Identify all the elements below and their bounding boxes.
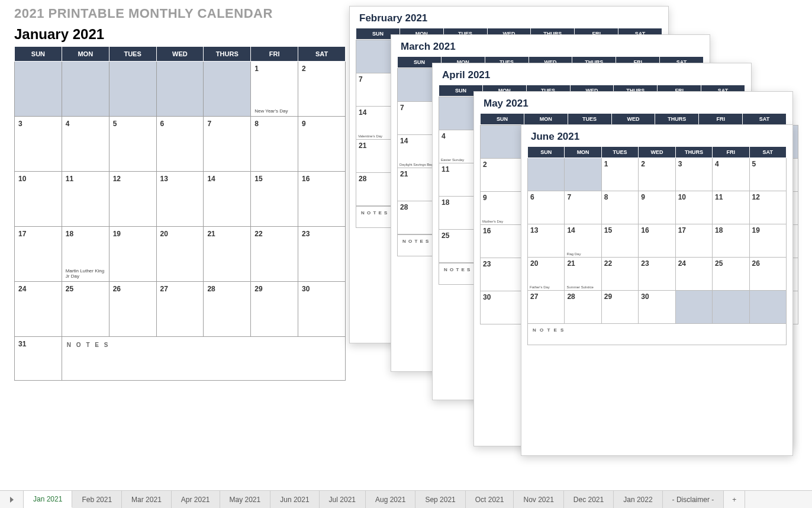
calendar-cell[interactable] — [62, 62, 109, 117]
calendar-cell[interactable]: 22 — [601, 258, 638, 291]
calendar-cell[interactable]: 8 — [601, 191, 638, 224]
calendar-cell[interactable]: 20 — [156, 227, 204, 282]
calendar-cell[interactable]: 30 — [639, 291, 675, 324]
calendar-cell[interactable]: 17 — [15, 227, 62, 282]
day-header: WED — [639, 147, 675, 158]
calendar-cell[interactable]: 17 — [675, 224, 712, 258]
calendar-cell[interactable]: 6 — [156, 117, 204, 172]
calendar-cell[interactable]: 15 — [251, 172, 298, 227]
calendar-cell[interactable]: 4 — [713, 158, 749, 191]
calendar-cell[interactable]: 26 — [749, 258, 786, 291]
calendar-cell[interactable] — [713, 291, 749, 324]
calendar-cell[interactable]: 25 — [62, 282, 109, 337]
day-header: THURS — [675, 147, 712, 158]
day-header: SAT — [298, 47, 346, 62]
calendar-cell[interactable]: 2 — [298, 62, 346, 117]
sheet-tab[interactable]: Jun 2021 — [270, 491, 319, 508]
calendar-cell[interactable]: 14Flag Day — [565, 224, 601, 258]
calendar-cell[interactable]: 10 — [675, 191, 712, 224]
add-sheet-button[interactable]: + — [724, 491, 745, 508]
calendar-cell[interactable]: 1New Year's Day — [251, 62, 298, 117]
calendar-cell[interactable]: 28 — [565, 291, 601, 324]
calendar-cell[interactable]: 18Martin Luther King Jr Day — [62, 227, 109, 282]
month-title-mar: March 2021 — [391, 35, 710, 56]
calendar-cell[interactable]: 2 — [639, 158, 675, 191]
calendar-cell[interactable]: 24 — [15, 282, 62, 337]
calendar-cell[interactable]: 21 — [204, 227, 251, 282]
calendar-cell[interactable]: 27 — [156, 282, 204, 337]
calendar-jan: January 2021 SUNMONTUESWEDTHURSFRISAT 1N… — [14, 26, 346, 381]
calendar-cell[interactable]: 7 — [204, 117, 251, 172]
month-title-apr: April 2021 — [433, 63, 751, 85]
calendar-cell[interactable]: 12 — [109, 172, 156, 227]
calendar-cell[interactable]: 18 — [713, 224, 749, 258]
calendar-cell[interactable] — [204, 62, 251, 117]
calendar-cell[interactable]: 16 — [298, 172, 346, 227]
calendar-cell[interactable]: 19 — [749, 224, 786, 258]
calendar-cell[interactable]: 7 — [565, 191, 601, 224]
calendar-cell[interactable]: 21Summer Solstice — [565, 258, 601, 291]
sheet-tab[interactable]: Jan 2021 — [24, 491, 72, 508]
sheet-tab[interactable]: Jul 2021 — [320, 491, 366, 508]
calendar-cell[interactable]: 29 — [601, 291, 638, 324]
calendar-cell[interactable] — [109, 62, 156, 117]
calendar-cell[interactable]: 25 — [713, 258, 749, 291]
calendar-cell[interactable]: 14 — [204, 172, 251, 227]
calendar-cell[interactable]: 24 — [675, 258, 712, 291]
calendar-cell[interactable]: 5 — [109, 117, 156, 172]
calendar-cell[interactable]: 12 — [749, 191, 786, 224]
day-header: TUES — [568, 114, 611, 125]
notes-area[interactable]: N O T E S — [528, 324, 787, 345]
calendar-cell[interactable]: 29 — [251, 282, 298, 337]
calendar-cell[interactable] — [675, 291, 712, 324]
calendar-cell[interactable]: 13 — [156, 172, 204, 227]
calendar-cell[interactable]: 16 — [639, 224, 675, 258]
calendar-cell[interactable]: 1 — [601, 158, 638, 191]
sheet-tab[interactable]: Sep 2021 — [415, 491, 465, 508]
calendar-cell[interactable] — [15, 62, 62, 117]
calendar-cell[interactable]: 4 — [62, 117, 109, 172]
calendar-cell[interactable]: 5 — [749, 158, 786, 191]
day-header: THURS — [204, 47, 251, 62]
calendar-cell[interactable] — [749, 291, 786, 324]
sheet-tab[interactable]: May 2021 — [220, 491, 271, 508]
tab-nav-prev[interactable] — [0, 491, 24, 508]
calendar-cell[interactable] — [156, 62, 204, 117]
sheet-tab[interactable]: - Disclaimer - — [663, 491, 724, 508]
calendar-cell[interactable]: 13 — [528, 224, 565, 258]
sheet-tab[interactable]: Apr 2021 — [172, 491, 220, 508]
calendar-cell[interactable]: 9 — [298, 117, 346, 172]
sheet-tab[interactable]: Nov 2021 — [514, 491, 563, 508]
calendar-cell[interactable]: 8 — [251, 117, 298, 172]
calendar-cell[interactable]: 20Father's Day — [528, 258, 565, 291]
calendar-cell[interactable]: 26 — [109, 282, 156, 337]
calendar-cell[interactable]: 27 — [528, 291, 565, 324]
calendar-cell[interactable]: 11 — [62, 172, 109, 227]
calendar-cell[interactable]: 11 — [713, 191, 749, 224]
calendar-cell[interactable]: 10 — [15, 172, 62, 227]
calendar-cell[interactable]: 22 — [251, 227, 298, 282]
calendar-cell[interactable]: 9 — [639, 191, 675, 224]
calendar-cell[interactable]: 23 — [639, 258, 675, 291]
day-header: SAT — [743, 114, 787, 125]
calendar-cell[interactable]: 15 — [601, 224, 638, 258]
calendar-cell[interactable]: 6 — [528, 191, 565, 224]
notes-area[interactable]: N O T E S — [62, 337, 345, 381]
sheet-tab[interactable]: Dec 2021 — [564, 491, 614, 508]
calendar-cell[interactable] — [528, 158, 565, 191]
sheet-tab[interactable]: Mar 2021 — [122, 491, 172, 508]
calendar-cell[interactable]: 28 — [204, 282, 251, 337]
calendar-cell[interactable]: 3 — [675, 158, 712, 191]
calendar-cell[interactable] — [565, 158, 601, 191]
day-header: TUES — [109, 47, 156, 62]
calendar-cell[interactable]: 30 — [298, 282, 346, 337]
calendar-table-jan: SUNMONTUESWEDTHURSFRISAT 1New Year's Day… — [14, 46, 346, 381]
calendar-cell[interactable]: 19 — [109, 227, 156, 282]
sheet-tab[interactable]: Jan 2022 — [614, 491, 662, 508]
sheet-tab[interactable]: Feb 2021 — [72, 491, 122, 508]
calendar-cell[interactable]: 31 — [15, 337, 62, 381]
sheet-tab[interactable]: Oct 2021 — [466, 491, 514, 508]
calendar-cell[interactable]: 23 — [298, 227, 346, 282]
calendar-cell[interactable]: 3 — [15, 117, 62, 172]
sheet-tab[interactable]: Aug 2021 — [366, 491, 415, 508]
